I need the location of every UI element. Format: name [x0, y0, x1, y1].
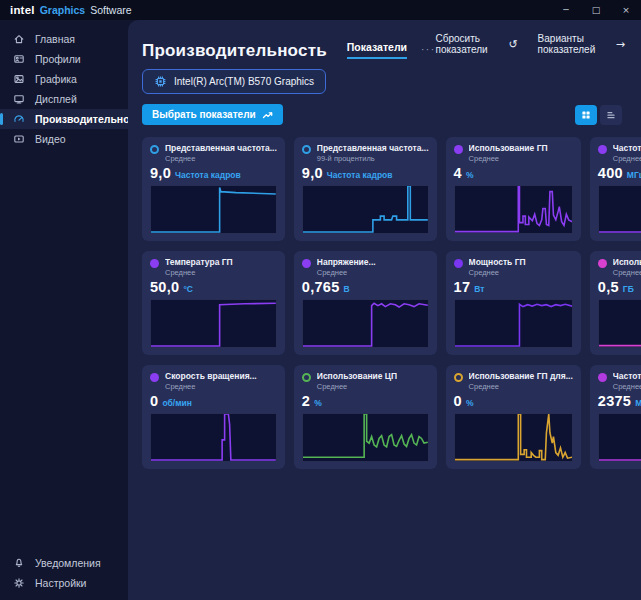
tab-metrics[interactable]: Показатели — [347, 41, 407, 59]
metric-card-header: Использование ЦП Среднее — [302, 371, 429, 391]
metric-value-row: 2 % — [302, 393, 429, 409]
metric-unit: Частота кадров — [175, 170, 241, 180]
metric-titles: Использование ГП для... Среднее — [469, 371, 573, 391]
metric-options-button[interactable]: Варианты показателей → — [538, 33, 625, 55]
metric-card-8[interactable]: Скорость вращения... Среднее 0 об/мин — [142, 365, 285, 469]
metric-subtitle: Среднее — [317, 382, 397, 391]
metric-subtitle: 99-й процентиль — [317, 154, 429, 163]
metric-card-11[interactable]: Частота видеопамяти Среднее 2375 МГц — [590, 365, 641, 469]
metric-card-header: Представленная частота... 99-й процентил… — [302, 143, 429, 163]
metric-card-header: Использование ГП Среднее — [454, 143, 573, 163]
metric-value: 2 — [302, 393, 310, 409]
metric-value-row: 9,0 Частота кадров — [150, 165, 277, 181]
reset-metrics-button[interactable]: Сбросить показатели ↺ — [436, 33, 518, 55]
minimize-button[interactable]: ─ — [551, 0, 581, 20]
sidebar-item-performance[interactable]: Производительность — [0, 109, 128, 129]
metric-card-3[interactable]: Частота ГП Среднее 400 МГц — [590, 137, 641, 241]
metric-card-0[interactable]: Представленная частота... Среднее 9,0 Ча… — [142, 137, 285, 241]
metric-unit: °C — [183, 284, 193, 294]
metric-sparkline — [454, 299, 573, 348]
metric-color-icon — [454, 145, 463, 154]
metric-value-row: 400 МГц — [598, 165, 641, 181]
metric-subtitle: Среднее — [165, 382, 257, 391]
metric-value: 0,5 — [598, 279, 619, 295]
metric-card-header: Используемая видеопамять Среднее — [598, 257, 641, 277]
trend-arrow-icon — [262, 109, 273, 120]
metric-card-4[interactable]: Температура ГП Среднее 50,0 °C — [142, 251, 285, 355]
metric-color-icon — [454, 373, 463, 382]
metric-value-row: 17 Вт — [454, 279, 573, 295]
metric-value: 4 — [454, 165, 462, 181]
metric-unit: ГБ — [623, 284, 634, 294]
metric-sparkline — [454, 413, 573, 462]
metric-subtitle: Среднее — [317, 268, 376, 277]
sidebar-item-graphics[interactable]: Графика — [0, 69, 128, 89]
metric-card-1[interactable]: Представленная частота... 99-й процентил… — [294, 137, 437, 241]
list-view-icon — [605, 109, 617, 121]
metric-subtitle: Среднее — [613, 382, 641, 391]
close-button[interactable]: × — [611, 0, 641, 20]
gpu-device-button[interactable]: Intel(R) Arc(TM) B570 Graphics — [142, 69, 326, 94]
sidebar-item-video[interactable]: Видео — [0, 129, 128, 149]
sidebar-item-display[interactable]: Дисплей — [0, 89, 128, 109]
metric-value: 400 — [598, 165, 623, 181]
metric-title: Использование ЦП — [317, 371, 397, 381]
profiles-icon — [13, 53, 25, 65]
metric-color-icon — [150, 373, 159, 382]
metric-value-row: 2375 МГц — [598, 393, 641, 409]
metric-card-6[interactable]: Мощность ГП Среднее 17 Вт — [446, 251, 581, 355]
sidebar-item-settings[interactable]: Настройки — [0, 573, 128, 593]
metric-card-header: Скорость вращения... Среднее — [150, 371, 277, 391]
sidebar-item-notifications[interactable]: Уведомления — [0, 553, 128, 573]
metric-color-icon — [598, 259, 607, 268]
grid-view-button[interactable] — [575, 105, 597, 125]
page-title: Производительность — [142, 42, 327, 59]
logo-software: Software — [90, 4, 131, 16]
metric-title: Мощность ГП — [469, 257, 526, 267]
metric-unit: Частота кадров — [327, 170, 393, 180]
metric-titles: Скорость вращения... Среднее — [165, 371, 257, 391]
metric-card-header: Частота ГП Среднее — [598, 143, 641, 163]
select-metrics-button[interactable]: Выбрать показатели — [142, 104, 283, 125]
metric-subtitle: Среднее — [165, 154, 277, 163]
device-row: Intel(R) Arc(TM) B570 Graphics — [142, 69, 625, 94]
metric-titles: Представленная частота... Среднее — [165, 143, 277, 163]
video-icon — [13, 133, 25, 145]
list-view-button[interactable] — [600, 105, 622, 125]
gpu-device-name: Intel(R) Arc(TM) B570 Graphics — [174, 76, 314, 87]
metric-color-icon — [302, 373, 311, 382]
metric-title: Использование ГП — [469, 143, 548, 153]
metric-subtitle: Среднее — [613, 154, 641, 163]
metric-color-icon — [302, 259, 311, 268]
metric-title: Используемая видеопамять — [613, 257, 641, 267]
tab-overflow-icon[interactable]: ··· — [421, 44, 436, 59]
app-logo: intel Graphics Software — [10, 4, 132, 16]
metric-title: Скорость вращения... — [165, 371, 257, 381]
metric-unit: % — [466, 170, 474, 180]
metric-sparkline — [150, 413, 277, 462]
metric-titles: Использование ГП Среднее — [469, 143, 548, 163]
metric-value-row: 0 % — [454, 393, 573, 409]
metric-card-5[interactable]: Напряжение... Среднее 0,765 В — [294, 251, 437, 355]
maximize-button[interactable]: □ — [581, 0, 611, 20]
metric-titles: Использование ЦП Среднее — [317, 371, 397, 391]
metric-sparkline — [302, 185, 429, 234]
metric-card-9[interactable]: Использование ЦП Среднее 2 % — [294, 365, 437, 469]
sidebar-item-label: Дисплей — [35, 93, 77, 105]
metric-value: 9,0 — [150, 165, 171, 181]
metric-options-label: Варианты показателей — [538, 33, 611, 55]
metric-card-10[interactable]: Использование ГП для... Среднее 0 % — [446, 365, 581, 469]
view-toggles — [575, 105, 622, 125]
sidebar-item-home[interactable]: Главная — [0, 29, 128, 49]
metric-color-icon — [454, 259, 463, 268]
sidebar-item-profiles[interactable]: Профили — [0, 49, 128, 69]
metric-subtitle: Среднее — [469, 382, 573, 391]
metric-value-row: 9,0 Частота кадров — [302, 165, 429, 181]
metric-card-header: Использование ГП для... Среднее — [454, 371, 573, 391]
metric-card-7[interactable]: Используемая видеопамять Среднее 0,5 ГБ — [590, 251, 641, 355]
metric-sparkline — [302, 299, 429, 348]
metric-card-header: Представленная частота... Среднее — [150, 143, 277, 163]
sidebar-item-label: Графика — [35, 73, 77, 85]
metric-card-2[interactable]: Использование ГП Среднее 4 % — [446, 137, 581, 241]
logo-graphics: Graphics — [40, 4, 86, 16]
